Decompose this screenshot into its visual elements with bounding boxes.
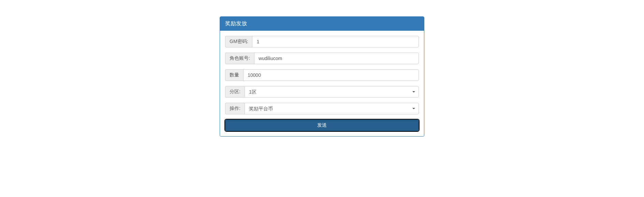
account-group: 角色账号: — [225, 53, 419, 64]
operation-label: 操作: — [225, 103, 245, 114]
zone-select[interactable]: 1区 — [245, 86, 419, 98]
gm-password-group: GM密码: — [225, 36, 419, 47]
panel-body: GM密码: 角色账号: 数量 分区: 1区 操作: 奖励平台币 — [220, 31, 424, 136]
gm-password-label: GM密码: — [225, 36, 252, 47]
submit-button[interactable]: 发送 — [225, 119, 419, 131]
zone-label: 分区: — [225, 86, 245, 98]
amount-label: 数量 — [225, 69, 243, 81]
operation-select[interactable]: 奖励平台币 — [245, 103, 419, 114]
reward-panel: 奖励发放 GM密码: 角色账号: 数量 分区: 1区 操作: — [220, 16, 424, 137]
panel-title: 奖励发放 — [220, 17, 424, 31]
amount-group: 数量 — [225, 69, 419, 81]
amount-input[interactable] — [243, 69, 419, 81]
zone-group: 分区: 1区 — [225, 86, 419, 98]
account-label: 角色账号: — [225, 53, 254, 64]
gm-password-input[interactable] — [252, 36, 419, 47]
account-input[interactable] — [254, 53, 419, 64]
operation-group: 操作: 奖励平台币 — [225, 103, 419, 114]
